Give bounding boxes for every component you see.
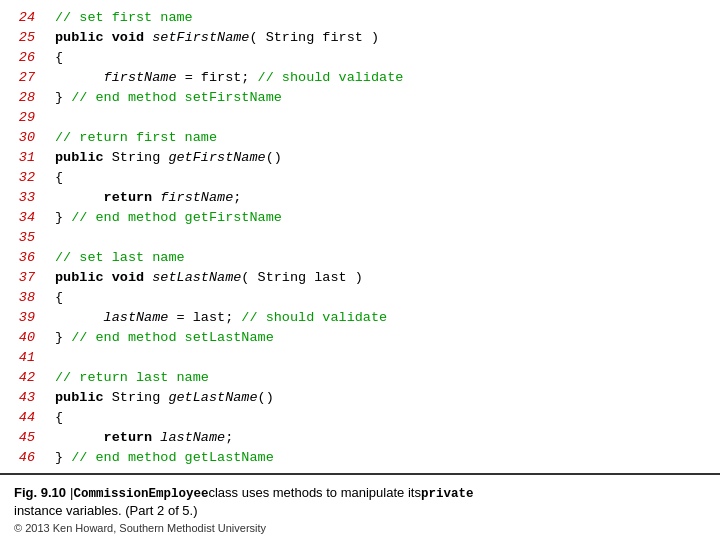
line-content: { (55, 408, 63, 428)
keyword-token: void (112, 270, 144, 285)
plain-token: } (55, 330, 71, 345)
comment-token: // return first name (55, 130, 217, 145)
plain-token: } (55, 210, 71, 225)
main-container: 24// set first name25public void setFirs… (0, 0, 720, 540)
plain-token: () (258, 390, 274, 405)
keyword-token: public (55, 390, 104, 405)
caption-area: Fig. 9.10 | CommissionEmployee class use… (0, 473, 720, 540)
line-content: // set first name (55, 8, 193, 28)
comment-token: // end method getLastName (71, 450, 274, 465)
line-number: 29 (0, 108, 55, 128)
identifier-token: setLastName (152, 270, 241, 285)
keyword-token: return (104, 430, 153, 445)
caption-classname: CommissionEmployee (73, 487, 208, 501)
line-number: 26 (0, 48, 55, 68)
code-line: 41 (0, 348, 720, 368)
identifier-token: setFirstName (152, 30, 249, 45)
line-content: firstName = first; // should validate (55, 68, 403, 88)
code-line: 44{ (0, 408, 720, 428)
plain-token (104, 270, 112, 285)
plain-token: ( String last ) (241, 270, 363, 285)
line-content: // return first name (55, 128, 217, 148)
line-number: 38 (0, 288, 55, 308)
comment-token: // end method setFirstName (71, 90, 282, 105)
line-number: 35 (0, 228, 55, 248)
code-line: 27 firstName = first; // should validate (0, 68, 720, 88)
copyright-text: © 2013 Ken Howard, Southern Methodist Un… (14, 522, 706, 534)
code-line: 45 return lastName; (0, 428, 720, 448)
line-content: // return last name (55, 368, 209, 388)
line-content: } // end method getFirstName (55, 208, 282, 228)
line-number: 41 (0, 348, 55, 368)
identifier-token: getLastName (168, 390, 257, 405)
plain-token: = first; (177, 70, 258, 85)
line-content: return lastName; (55, 428, 233, 448)
line-content: // set last name (55, 248, 185, 268)
line-content: public String getLastName() (55, 388, 274, 408)
plain-token: () (266, 150, 282, 165)
line-content: return firstName; (55, 188, 241, 208)
keyword-token: public (55, 30, 104, 45)
comment-token: // end method setLastName (71, 330, 274, 345)
line-content: { (55, 288, 63, 308)
line-number: 43 (0, 388, 55, 408)
plain-token: } (55, 90, 71, 105)
keyword-token: return (104, 190, 153, 205)
line-number: 42 (0, 368, 55, 388)
line-content: } // end method setFirstName (55, 88, 282, 108)
line-content: public void setFirstName( String first ) (55, 28, 379, 48)
line-number: 34 (0, 208, 55, 228)
line-number: 44 (0, 408, 55, 428)
line-number: 36 (0, 248, 55, 268)
comment-token: // should validate (258, 70, 404, 85)
code-line: 32{ (0, 168, 720, 188)
code-line: 34} // end method getFirstName (0, 208, 720, 228)
code-line: 36// set last name (0, 248, 720, 268)
line-number: 25 (0, 28, 55, 48)
identifier-token: firstName (104, 70, 177, 85)
plain-token: ( String first ) (249, 30, 379, 45)
code-line: 31public String getFirstName() (0, 148, 720, 168)
plain-token (104, 30, 112, 45)
plain-token: } (55, 450, 71, 465)
line-content: } // end method getLastName (55, 448, 274, 468)
code-line: 42// return last name (0, 368, 720, 388)
plain-token (55, 430, 104, 445)
identifier-token: lastName (160, 430, 225, 445)
comment-token: // return last name (55, 370, 209, 385)
plain-token (55, 190, 104, 205)
line-content (55, 228, 63, 248)
line-content (55, 108, 63, 128)
line-number: 37 (0, 268, 55, 288)
code-line: 25public void setFirstName( String first… (0, 28, 720, 48)
line-number: 45 (0, 428, 55, 448)
plain-token: { (55, 170, 63, 185)
plain-token: { (55, 410, 63, 425)
plain-token: { (55, 290, 63, 305)
line-number: 39 (0, 308, 55, 328)
plain-token: = last; (168, 310, 241, 325)
line-number: 30 (0, 128, 55, 148)
comment-token: // end method getFirstName (71, 210, 282, 225)
keyword-token: public (55, 270, 104, 285)
caption-line2: instance variables. (Part 2 of 5.) (14, 503, 706, 518)
plain-token: { (55, 50, 63, 65)
comment-token: // set first name (55, 10, 193, 25)
comment-token: // set last name (55, 250, 185, 265)
identifier-token: getFirstName (168, 150, 265, 165)
line-content: public String getFirstName() (55, 148, 282, 168)
code-line: 38{ (0, 288, 720, 308)
plain-token (55, 310, 104, 325)
caption-text1: class uses methods to manipulate its (208, 485, 420, 500)
code-line: 29 (0, 108, 720, 128)
code-line: 46} // end method getLastName (0, 448, 720, 468)
caption-line1: Fig. 9.10 | CommissionEmployee class use… (14, 485, 706, 501)
code-line: 35 (0, 228, 720, 248)
line-number: 27 (0, 68, 55, 88)
plain-token: String (104, 150, 169, 165)
code-line: 39 lastName = last; // should validate (0, 308, 720, 328)
line-content: } // end method setLastName (55, 328, 274, 348)
line-content: { (55, 168, 63, 188)
line-number: 40 (0, 328, 55, 348)
plain-token: String (104, 390, 169, 405)
